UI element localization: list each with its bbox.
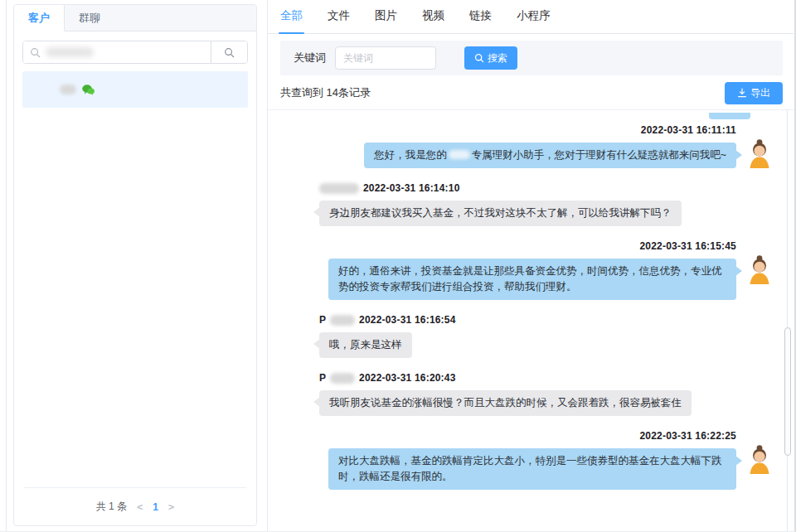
download-icon [737, 88, 747, 98]
message-row: 2022-03-31 16:15:45好的，通俗来讲，投资基金就是让那些具备资金… [280, 239, 772, 300]
message-timestamp: 2022-03-31 16:15:45 [639, 240, 736, 252]
clipped-bubble-fragment [709, 113, 750, 119]
message-bubble: 我听朋友说基金的涨幅很慢？而且大盘跌的时候，又会跟着跌，很容易被套住 [319, 390, 692, 416]
wechat-icon [82, 85, 95, 95]
message-meta: 2022-03-31 16:11:11 [641, 123, 736, 138]
search-button-label: 搜索 [488, 51, 507, 65]
agent-avatar-icon [747, 444, 772, 474]
sidebar-tab-inactive[interactable]: 群聊 [65, 5, 114, 31]
message-list-inner: 2022-03-31 16:11:11您好，我是您的专属理财小助手，您对于理财有… [280, 123, 772, 490]
keyword-input[interactable] [335, 46, 436, 70]
chat-record-panel: 全部文件图片视频链接小程序 关键词 搜索 共查询到 14条记录 导出 2022-… [267, 0, 794, 531]
keyword-filter-bar: 关键词 搜索 [280, 41, 783, 75]
sender-name-redacted [330, 315, 355, 326]
message-text: 专属理财小助手，您对于理财有什么疑惑就都来问我吧~ [472, 149, 726, 161]
app-window: 客户群聊 共 1 条 < 1 > [0, 0, 796, 532]
message-meta: P2022-03-31 16:20:43 [319, 370, 456, 385]
message-bubble: 身边朋友都建议我买入基金，不过我对这块不太了解，可以给我讲解下吗？ [319, 201, 682, 226]
chevron-right-icon[interactable]: > [168, 501, 174, 513]
message-content: P2022-03-31 16:16:54哦，原来是这样 [319, 312, 456, 358]
message-timestamp: 2022-03-31 16:14:10 [363, 182, 460, 194]
left-edge-divider [6, 0, 7, 531]
agent-avatar-icon [747, 138, 772, 168]
message-row: P2022-03-31 16:20:43我听朋友说基金的涨幅很慢？而且大盘跌的时… [280, 370, 772, 416]
pagination-total: 共 1 条 [96, 500, 127, 514]
customer-avatar [280, 312, 310, 342]
message-meta: 2022-03-31 16:14:10 [319, 181, 460, 196]
message-bubble: 您好，我是您的专属理财小助手，您对于理财有什么疑惑就都来问我吧~ [364, 143, 736, 168]
tab-小程序[interactable]: 小程序 [517, 8, 551, 33]
sidebar-pagination: 共 1 条 < 1 > [24, 487, 246, 525]
sender-name-prefix: P [319, 372, 326, 384]
message-bubble: 哦，原来是这样 [319, 332, 412, 358]
agent-avatar-icon [747, 254, 772, 284]
result-count-text: 共查询到 14条记录 [280, 85, 371, 100]
agent-avatar [747, 138, 772, 168]
sidebar-tab-active[interactable]: 客户 [14, 5, 65, 31]
search-placeholder-redacted [46, 47, 94, 57]
pagination-page-1[interactable]: 1 [153, 501, 158, 513]
message-text: 身边朋友都建议我买入基金，不过我对这块不太了解，可以给我讲解下吗？ [329, 207, 672, 219]
scrollbar-track [787, 110, 788, 531]
message-text: 哦，原来是这样 [329, 339, 402, 351]
agent-avatar [747, 444, 772, 474]
redacted-text [449, 150, 470, 159]
chevron-left-icon[interactable]: < [137, 501, 143, 513]
search-icon [30, 47, 41, 58]
tab-图片[interactable]: 图片 [375, 8, 397, 33]
message-list: 2022-03-31 16:11:11您好，我是您的专属理财小助手，您对于理财有… [268, 109, 794, 531]
message-text: 好的，通俗来讲，投资基金就是让那些具备资金优势，时间优势，信息优势，专业优势的投… [338, 265, 722, 293]
contact-avatar [31, 78, 54, 101]
message-meta: P2022-03-31 16:16:54 [319, 312, 456, 327]
sidebar-spacer [14, 108, 256, 487]
search-icon [224, 47, 235, 58]
message-timestamp: 2022-03-31 16:22:25 [639, 430, 736, 442]
results-row: 共查询到 14条记录 导出 [280, 81, 783, 104]
conversation-sidebar: 客户群聊 共 1 条 < 1 > [13, 4, 257, 526]
search-icon [474, 53, 484, 63]
agent-avatar [747, 254, 772, 284]
customer-avatar [280, 181, 310, 210]
search-button[interactable]: 搜索 [464, 46, 517, 70]
message-type-tab-bar: 全部文件图片视频链接小程序 [268, 0, 794, 34]
tab-链接[interactable]: 链接 [469, 8, 492, 33]
tab-全部[interactable]: 全部 [280, 8, 303, 33]
tab-视频[interactable]: 视频 [422, 8, 444, 33]
message-timestamp: 2022-03-31 16:20:43 [359, 372, 456, 384]
export-button-label: 导出 [750, 86, 770, 100]
tab-文件[interactable]: 文件 [328, 8, 350, 33]
contact-name-redacted [60, 85, 76, 94]
message-content: 2022-03-31 16:11:11您好，我是您的专属理财小助手，您对于理财有… [364, 123, 736, 168]
message-content: 2022-03-31 16:14:10身边朋友都建议我买入基金，不过我对这块不太… [319, 181, 682, 226]
customer-avatar [280, 370, 310, 400]
message-text: 我听朋友说基金的涨幅很慢？而且大盘跌的时候，又会跟着跌，很容易被套住 [329, 397, 682, 409]
sender-name-redacted [330, 373, 355, 384]
message-row: 2022-03-31 16:14:10身边朋友都建议我买入基金，不过我对这块不太… [280, 181, 772, 226]
message-content: 2022-03-31 16:22:25对比大盘跌幅，基金的跌幅肯定比大盘小，特别… [328, 428, 736, 490]
message-timestamp: 2022-03-31 16:16:54 [359, 314, 456, 326]
message-timestamp: 2022-03-31 16:11:11 [641, 124, 736, 136]
message-row: 2022-03-31 16:11:11您好，我是您的专属理财小助手，您对于理财有… [280, 123, 772, 168]
message-meta: 2022-03-31 16:15:45 [639, 239, 736, 254]
message-text: 您好，我是您的 [374, 149, 447, 161]
export-button[interactable]: 导出 [725, 82, 783, 104]
sidebar-search-input[interactable] [23, 41, 211, 63]
scrollbar-thumb[interactable] [784, 327, 791, 456]
message-bubble: 对比大盘跌幅，基金的跌幅肯定比大盘小，特别是一些债券型的基金在大盘大幅下跌时，跌… [328, 448, 736, 490]
message-row: P2022-03-31 16:16:54哦，原来是这样 [280, 312, 772, 358]
message-bubble: 好的，通俗来讲，投资基金就是让那些具备资金优势，时间优势，信息优势，专业优势的投… [328, 259, 736, 300]
sidebar-search-button[interactable] [211, 41, 247, 63]
message-text: 对比大盘跌幅，基金的跌幅肯定比大盘小，特别是一些债券型的基金在大盘大幅下跌时，跌… [338, 455, 722, 482]
message-row: 2022-03-31 16:22:25对比大盘跌幅，基金的跌幅肯定比大盘小，特别… [280, 428, 772, 490]
message-content: P2022-03-31 16:20:43我听朋友说基金的涨幅很慢？而且大盘跌的时… [319, 370, 692, 416]
sidebar-search-group [22, 41, 248, 64]
message-content: 2022-03-31 16:15:45好的，通俗来讲，投资基金就是让那些具备资金… [328, 239, 736, 300]
keyword-label: 关键词 [294, 51, 326, 65]
sender-name-prefix: P [319, 314, 326, 326]
sender-name-redacted [319, 183, 359, 194]
contact-list-item[interactable] [22, 71, 248, 108]
sidebar-tab-bar: 客户群聊 [14, 5, 256, 31]
message-meta: 2022-03-31 16:22:25 [639, 428, 736, 443]
